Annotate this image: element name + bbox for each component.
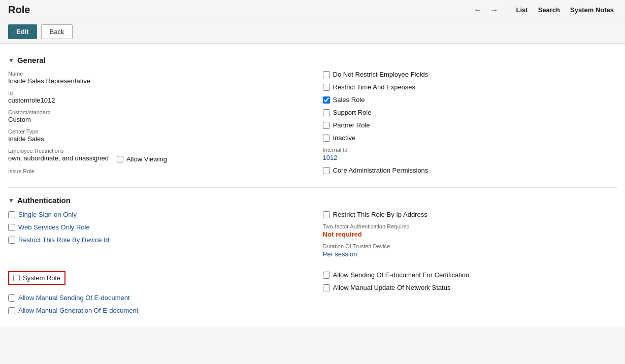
nav-back-arrow[interactable]: ←: [472, 5, 484, 16]
section-divider-1: [8, 187, 617, 188]
do-not-restrict-checkbox[interactable]: [323, 71, 330, 78]
custom-standard-value: Custom: [8, 116, 303, 123]
partner-role-row: Partner Role: [323, 121, 617, 129]
allow-manual-sending-label: Allow Manual Sending Of E-document: [18, 294, 130, 302]
restrict-ip-row: Restrict This Role By Ip Address: [323, 211, 617, 218]
nav-separator: [507, 5, 507, 15]
auth-left-col: Single Sign-on Only Web Services Only Ro…: [8, 211, 303, 263]
name-label: Name: [8, 71, 303, 77]
web-services-row: Web Services Only Role: [8, 223, 303, 231]
allow-viewing-row: Allow Viewing: [117, 155, 167, 163]
duration-block: Duration Of Trusted Device Per session: [323, 243, 617, 258]
allow-viewing-checkbox[interactable]: [117, 156, 123, 162]
inactive-row: Inactive: [323, 134, 617, 142]
auth-right-col: Restrict This Role By Ip Address Two-fac…: [323, 211, 617, 263]
allow-manual-update-row: Allow Manual Update Of Network Status: [323, 284, 617, 291]
do-not-restrict-row: Do Not Restrict Employee Fields: [323, 71, 617, 78]
support-role-label: Support Role: [333, 109, 372, 116]
inactive-label: Inactive: [333, 134, 356, 142]
restrict-device-checkbox[interactable]: [8, 237, 15, 244]
system-role-checkbox[interactable]: [13, 275, 20, 281]
two-factor-label: Two-factor Authentication Required: [323, 223, 617, 229]
back-button[interactable]: Back: [41, 24, 73, 39]
employee-restrictions-value: own, subordinate, and unassigned: [8, 154, 109, 162]
auth-bottom-right: Allow Sending Of E-document For Certific…: [323, 271, 617, 319]
name-field-block: Name Inside Sales Representative: [8, 71, 303, 85]
internal-id-block: Internal Id 1012: [323, 147, 617, 161]
allow-manual-generation-label: Allow Manual Generation Of E-document: [18, 307, 138, 314]
general-left-col: Name Inside Sales Representative Id cust…: [8, 71, 303, 179]
do-not-restrict-label: Do Not Restrict Employee Fields: [333, 71, 429, 78]
center-type-field-block: Center Type Inside Sales: [8, 128, 303, 143]
support-role-row: Support Role: [323, 109, 617, 116]
auth-chevron[interactable]: ▼: [8, 197, 14, 204]
edit-button[interactable]: Edit: [8, 24, 37, 39]
restrict-device-row: Restrict This Role By Device Id: [8, 236, 303, 244]
general-right-col: Do Not Restrict Employee Fields Restrict…: [323, 71, 617, 179]
partner-role-checkbox[interactable]: [323, 122, 330, 129]
system-role-label: System Role: [23, 274, 60, 282]
general-chevron[interactable]: ▼: [8, 57, 14, 64]
center-type-label: Center Type: [8, 128, 303, 135]
support-role-checkbox[interactable]: [323, 109, 330, 116]
auth-bottom-grid: System Role Allow Manual Sending Of E-do…: [8, 271, 617, 319]
auth-section-title: Authentication: [17, 196, 71, 205]
internal-id-label: Internal Id: [323, 147, 617, 153]
general-section-title: General: [17, 56, 46, 64]
restrict-time-row: Restrict Time And Expenses: [323, 83, 617, 91]
restrict-ip-label: Restrict This Role By Ip Address: [333, 211, 427, 218]
custom-standard-field-block: Custom/standard Custom: [8, 109, 303, 123]
sales-role-checkbox[interactable]: [323, 96, 330, 104]
duration-value: Per session: [323, 250, 617, 258]
two-factor-block: Two-factor Authentication Required Not r…: [323, 223, 617, 238]
sso-checkbox[interactable]: [8, 211, 15, 218]
id-field-block: Id customrole1012: [8, 90, 303, 104]
sales-role-label: Sales Role: [333, 96, 365, 104]
allow-manual-update-checkbox[interactable]: [323, 284, 330, 291]
inactive-checkbox[interactable]: [323, 135, 330, 142]
employee-restrictions-block: Employee Restrictions own, subordinate, …: [8, 148, 303, 163]
page-title: Role: [8, 4, 472, 16]
system-notes-link[interactable]: System Notes: [567, 5, 617, 15]
employee-restrictions-label: Employee Restrictions: [8, 148, 303, 154]
name-value: Inside Sales Representative: [8, 77, 303, 85]
allow-manual-update-label: Allow Manual Update Of Network Status: [333, 284, 451, 291]
allow-manual-sending-checkbox[interactable]: [8, 294, 15, 302]
allow-viewing-label: Allow Viewing: [126, 155, 167, 163]
core-admin-label: Core Administration Permissions: [333, 167, 429, 174]
restrict-ip-checkbox[interactable]: [323, 211, 330, 218]
main-content: ▼ General Name Inside Sales Representati…: [0, 44, 625, 327]
allow-sending-cert-row: Allow Sending Of E-document For Certific…: [323, 271, 617, 279]
general-form-grid: Name Inside Sales Representative Id cust…: [8, 71, 617, 179]
system-role-box: System Role: [8, 271, 65, 285]
allow-sending-cert-label: Allow Sending Of E-document For Certific…: [333, 271, 470, 279]
allow-sending-cert-checkbox[interactable]: [323, 272, 330, 279]
auth-bottom-left: System Role Allow Manual Sending Of E-do…: [8, 271, 303, 319]
restrict-time-label: Restrict Time And Expenses: [333, 83, 416, 91]
search-link[interactable]: Search: [535, 5, 563, 15]
id-label: Id: [8, 90, 303, 96]
action-bar: Edit Back: [0, 20, 625, 44]
core-admin-row: Core Administration Permissions: [323, 167, 617, 174]
core-admin-checkbox[interactable]: [323, 167, 330, 174]
general-section-header: ▼ General: [8, 56, 617, 64]
internal-id-value: 1012: [323, 154, 617, 161]
center-type-value: Inside Sales: [8, 135, 303, 143]
web-services-label: Web Services Only Role: [18, 223, 90, 231]
list-link[interactable]: List: [513, 5, 531, 15]
id-value: customrole1012: [8, 96, 303, 104]
sales-role-row: Sales Role: [323, 96, 617, 104]
allow-manual-generation-checkbox[interactable]: [8, 307, 15, 314]
nav-forward-arrow[interactable]: →: [488, 5, 501, 16]
two-factor-value: Not required: [323, 230, 617, 238]
auth-form-grid: Single Sign-on Only Web Services Only Ro…: [8, 211, 617, 263]
restrict-time-checkbox[interactable]: [323, 84, 330, 91]
top-nav: ← → List Search System Notes: [472, 5, 617, 16]
partner-role-label: Partner Role: [333, 121, 370, 129]
custom-standard-label: Custom/standard: [8, 109, 303, 115]
web-services-checkbox[interactable]: [8, 224, 15, 231]
duration-label: Duration Of Trusted Device: [323, 243, 617, 249]
allow-manual-sending-row: Allow Manual Sending Of E-document: [8, 294, 303, 302]
restrict-device-label: Restrict This Role By Device Id: [18, 236, 109, 244]
employee-restrictions-row: own, subordinate, and unassigned Allow V…: [8, 154, 303, 163]
